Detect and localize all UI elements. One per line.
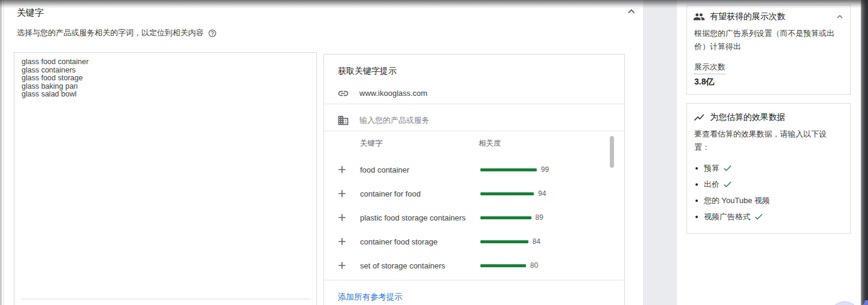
relevance-value: 84 <box>533 237 540 246</box>
keywords-collapse-button[interactable] <box>625 5 638 18</box>
relevance-bar <box>480 168 537 171</box>
impressions-metric-label[interactable]: 展示次数 <box>694 62 725 74</box>
relevance-value: 94 <box>538 189 546 198</box>
campaign-setup-page: 关键字 选择与您的产品或服务相关的字词，以定位到相关内容 glass food … <box>0 0 868 305</box>
relevance-bar <box>480 240 528 243</box>
building-icon <box>337 114 349 126</box>
relevance-value: 89 <box>536 213 543 222</box>
suggestion-row: food container 99 <box>324 158 624 182</box>
product-service-field[interactable]: 输入您的产品或服务 <box>324 110 624 131</box>
impressions-card-title: 有望获得的展示次数 <box>710 11 785 22</box>
suggestion-row: container food storage 84 <box>324 229 624 253</box>
window-left-edge <box>0 0 2 305</box>
relevance-bar <box>480 216 531 219</box>
impressions-estimate-card: 有望获得的展示次数 根据您的广告系列设置（而不是预算或出价）计算得出 展示次数 … <box>686 5 851 95</box>
suggestion-keyword: food container <box>360 165 409 174</box>
relevance-bar <box>480 192 534 195</box>
suggestion-keyword: plastic food storage containers <box>360 213 465 222</box>
performance-card-header: 为您估算的效果数据 <box>693 110 845 125</box>
keywords-panel-title: 关键字 <box>17 7 44 19</box>
relevance-bar <box>480 264 526 267</box>
relevance-bar-group: 99 <box>480 164 549 175</box>
bullet-dot <box>695 216 698 218</box>
checklist-item: 视频广告格式 <box>695 209 770 225</box>
relevance-bar-group: 94 <box>480 188 546 199</box>
checklist-label: 您的 YouTube 视频 <box>704 195 770 206</box>
help-fab-button[interactable] <box>828 301 861 305</box>
col-relevance-header: 相关度 <box>479 138 501 149</box>
chevron-up-icon[interactable] <box>834 11 845 22</box>
plus-icon[interactable] <box>336 188 348 200</box>
keyword-suggestions-card: 获取关键字提示 www.ikooglass.com 输入您的产品或服务 关键字 … <box>323 54 625 305</box>
suggestion-row: set of storage containers 80 <box>324 253 624 277</box>
suggestion-keyword: set of storage containers <box>360 261 445 270</box>
checklist-label: 出价 <box>704 179 719 190</box>
check-icon <box>722 163 733 173</box>
checklist-item: 您的 YouTube 视频 <box>695 192 770 209</box>
performance-description: 要查看估算的效果数据，请输入以下设置： <box>694 128 834 153</box>
plus-icon[interactable] <box>336 259 348 271</box>
website-url-field[interactable]: www.ikooglass.com <box>324 83 624 104</box>
people-icon <box>693 11 705 23</box>
suggestions-footer-divider <box>324 280 624 280</box>
help-circle-icon[interactable] <box>208 29 217 38</box>
bullet-dot <box>695 183 698 186</box>
corner-accent <box>861 300 868 305</box>
content-gutter <box>645 0 677 305</box>
keywords-input[interactable]: glass food container glass containers gl… <box>14 52 317 305</box>
chevron-up-icon <box>625 5 638 18</box>
suggestions-title: 获取关键字提示 <box>338 66 397 77</box>
suggestion-row: container for food 94 <box>324 182 624 206</box>
performance-card-title: 为您估算的效果数据 <box>710 112 785 123</box>
checklist-item: 出价 <box>695 176 770 192</box>
relevance-value: 80 <box>530 261 538 270</box>
impressions-description: 根据您的广告系列设置（而不是预算或出价）计算得出 <box>694 27 834 53</box>
check-icon <box>722 179 733 189</box>
keywords-subtitle: 选择与您的产品或服务相关的字词，以定位到相关内容 <box>17 28 204 38</box>
impressions-metric-value: 3.8亿 <box>694 77 714 87</box>
keywords-subtitle-row: 选择与您的产品或服务相关的字词，以定位到相关内容 <box>17 28 217 38</box>
relevance-bar-group: 89 <box>480 212 543 223</box>
product-service-placeholder: 输入您的产品或服务 <box>359 115 430 126</box>
plus-icon[interactable] <box>336 212 348 224</box>
link-icon <box>337 87 349 99</box>
checklist-label: 预算 <box>704 163 719 174</box>
relevance-bar-group: 84 <box>480 236 540 247</box>
performance-checklist: 预算 出价 您的 YouTube 视频 视频广告格式 <box>695 160 770 225</box>
website-url-value: www.ikooglass.com <box>359 89 427 98</box>
trend-line-icon <box>693 111 705 123</box>
keywords-input-divider <box>21 298 311 300</box>
suggestion-row: plastic food storage containers 89 <box>324 206 624 229</box>
plus-icon[interactable] <box>336 164 348 176</box>
check-icon <box>754 212 764 222</box>
bullet-dot <box>695 167 698 170</box>
impressions-card-header: 有望获得的展示次数 <box>693 9 845 25</box>
checklist-item: 预算 <box>695 160 770 176</box>
suggestion-keyword: container food storage <box>360 237 437 246</box>
add-all-suggestions-link[interactable]: 添加所有参考提示 <box>338 292 403 303</box>
bullet-dot <box>695 200 698 202</box>
relevance-value: 99 <box>541 165 549 174</box>
relevance-bar-group: 80 <box>480 260 538 271</box>
suggestions-table-header: 关键字 相关度 <box>324 138 624 152</box>
suggestions-rows: food container 99 container for food 94 … <box>324 158 624 277</box>
window-scrollbar-strip[interactable] <box>861 0 868 305</box>
checklist-label: 视频广告格式 <box>704 212 751 222</box>
performance-estimate-card: 为您估算的效果数据 要查看估算的效果数据，请输入以下设置： 预算 出价 您的 Y… <box>686 103 851 234</box>
col-keyword-header: 关键字 <box>360 138 383 149</box>
plus-icon[interactable] <box>336 235 348 247</box>
suggestion-keyword: container for food <box>360 189 421 198</box>
